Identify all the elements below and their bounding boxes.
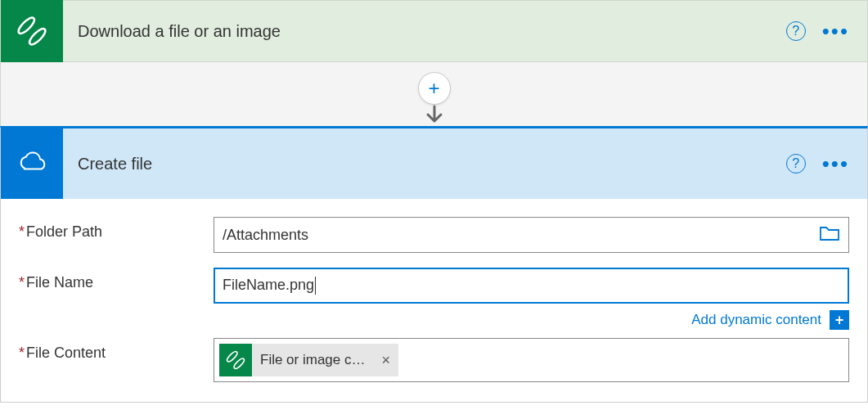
file-content-input[interactable]: File or image c… × xyxy=(214,338,849,382)
trigger-title: Download a file or an image xyxy=(78,22,786,41)
file-name-value: FileName.png xyxy=(223,277,840,295)
add-dynamic-content-plus-icon[interactable]: + xyxy=(830,310,849,330)
dynamic-content-row: Add dynamic content + xyxy=(214,310,849,330)
label-file-content: *File Content xyxy=(19,338,214,362)
text-caret xyxy=(315,277,316,295)
action-title: Create file xyxy=(78,155,786,173)
help-icon[interactable]: ? xyxy=(786,21,806,41)
action-card: Create file ? ••• *Folder Path /Attachme… xyxy=(0,126,868,403)
dynamic-token-label: File or image c… xyxy=(252,352,373,368)
row-file-content: *File Content File or image c… × xyxy=(19,338,849,382)
add-step-button[interactable]: + xyxy=(418,72,451,105)
action-card-body: *Folder Path /Attachments *File Name Fil… xyxy=(1,199,867,402)
trigger-card-header[interactable]: Download a file or an image ? ••• xyxy=(0,0,868,62)
file-name-input[interactable]: FileName.png xyxy=(214,268,849,304)
dataverse-icon xyxy=(219,344,252,376)
label-file-name: *File Name xyxy=(19,268,214,291)
row-folder-path: *Folder Path /Attachments xyxy=(19,217,849,253)
help-icon[interactable]: ? xyxy=(786,154,806,173)
dataverse-icon xyxy=(1,0,63,62)
onedrive-icon xyxy=(1,128,63,199)
connector-arrow: + xyxy=(0,62,868,126)
label-folder-path: *Folder Path xyxy=(19,217,214,241)
arrow-down-icon xyxy=(423,105,446,128)
folder-picker-icon[interactable] xyxy=(819,224,840,246)
row-file-name: *File Name FileName.png Add dynamic cont… xyxy=(19,268,849,330)
folder-path-input[interactable]: /Attachments xyxy=(214,217,849,253)
add-dynamic-content-link[interactable]: Add dynamic content xyxy=(691,312,821,328)
more-menu-icon[interactable]: ••• xyxy=(822,27,849,35)
dynamic-token[interactable]: File or image c… × xyxy=(219,344,398,376)
remove-token-icon[interactable]: × xyxy=(373,352,398,369)
action-card-header[interactable]: Create file ? ••• xyxy=(1,128,867,199)
folder-path-value: /Attachments xyxy=(223,227,819,244)
more-menu-icon[interactable]: ••• xyxy=(822,160,849,168)
